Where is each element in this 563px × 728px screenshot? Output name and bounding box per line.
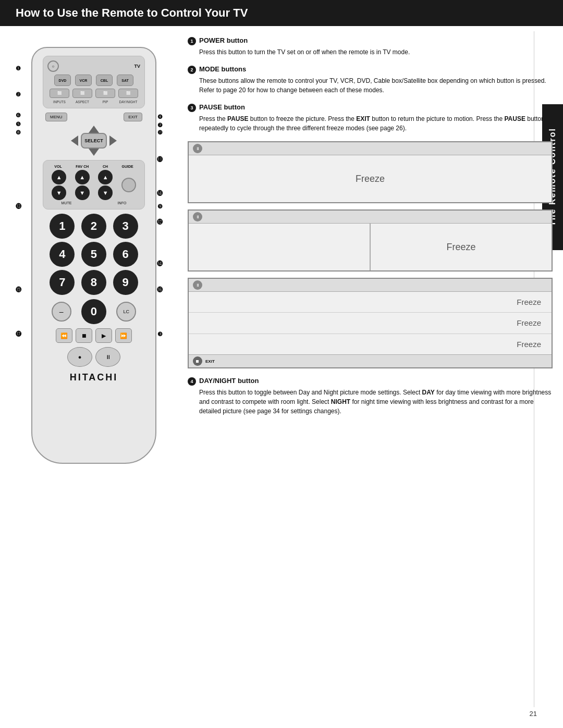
callout-17: ⓱	[16, 331, 21, 337]
callout-15: ⓯	[16, 287, 21, 293]
num-7-button[interactable]: 7	[50, 270, 75, 295]
vol-ch-area: VOL FAV CH CH GUIDE ▲ ▼ ▲ ▼	[43, 160, 145, 209]
stop-button[interactable]: ⏹	[76, 328, 92, 343]
sat-button[interactable]: SAT	[117, 75, 133, 86]
num-3-button[interactable]: 3	[113, 214, 138, 239]
freeze-label-1: Freeze	[356, 174, 385, 184]
freeze-screen-3-body: Freeze Freeze Freeze	[189, 292, 552, 354]
remote-wrapper: ❶ ❷ ❻ ❺ ❽ ❹ ❼ ❿ ⓫ ⓮ ❾ ⓬ ⓭ ⓮ ⓯ ⓰ ⓱ ❸ ○	[10, 36, 172, 474]
mute-label: MUTE	[62, 201, 72, 205]
nav-up-arrow[interactable]	[89, 126, 99, 133]
instruction-power-title: 1 POWER button	[188, 36, 553, 45]
pause-instruction-text: Press the PAUSE button to freeze the pic…	[199, 114, 553, 133]
circle-num-4: 4	[188, 377, 196, 386]
power-button[interactable]: ○	[47, 60, 59, 72]
num-2-button[interactable]: 2	[81, 214, 106, 239]
freeze-screen-1-body: Freeze	[189, 155, 552, 202]
freeze-label-3a: Freeze	[517, 298, 541, 306]
exit-button[interactable]: EXIT	[124, 113, 142, 121]
freeze-half-left	[189, 224, 370, 270]
num-0-button[interactable]: 0	[81, 299, 106, 324]
callout-12: ⓬	[157, 219, 163, 225]
vol-up-button[interactable]: ▲	[52, 170, 66, 184]
callout-10: ❿	[157, 129, 163, 136]
menu-button[interactable]: MENU	[45, 113, 67, 121]
pause-icon-2: ⏸	[193, 212, 202, 221]
inputs-label: INPUTS	[50, 100, 69, 104]
instruction-pause: 3 PAUSE button Press the PAUSE button to…	[188, 103, 553, 133]
remote-body: ○ TV DVD VCR CBL SAT ⬜ ⬜ ⬜ ⬜	[31, 47, 156, 464]
favch-up-button[interactable]: ▲	[75, 170, 90, 184]
circle-num-3: 3	[188, 104, 196, 112]
callout-6: ❻	[16, 112, 21, 119]
guide-button[interactable]	[121, 178, 136, 192]
freeze-screen-2-topbar: ⏸	[189, 211, 552, 224]
freeze-label-3c: Freeze	[517, 340, 541, 349]
pause-icon-1: ⏸	[193, 144, 202, 153]
vol-down-button[interactable]: ▼	[52, 186, 66, 200]
freeze-half-right: Freeze	[370, 224, 552, 270]
pip-button[interactable]: ⬜	[95, 89, 115, 98]
pause-button[interactable]: ⏸	[95, 347, 120, 367]
day-bold: DAY	[422, 389, 435, 396]
callout-4: ❹	[157, 114, 163, 120]
freeze-screen-3: ⏸ Freeze Freeze Freeze ⏹ EXIT	[188, 278, 553, 368]
freeze-screen-1: ⏸ Freeze	[188, 141, 553, 203]
num-5-button[interactable]: 5	[81, 242, 106, 267]
callout-9: ❾	[157, 203, 163, 210]
inputs-button[interactable]: ⬜	[50, 89, 69, 98]
dash-button[interactable]: –	[52, 302, 71, 322]
transport-buttons-row: ⏪ ⏹ ▶ ⏩	[43, 328, 145, 343]
num-6-button[interactable]: 6	[113, 242, 138, 267]
aspect-label: ASPECT	[72, 100, 92, 104]
circle-num-2: 2	[188, 66, 196, 74]
callout-14b: ⓮	[157, 261, 163, 267]
nav-left-arrow[interactable]	[71, 135, 78, 146]
freeze-screen-2-body: Freeze	[189, 224, 552, 270]
ch-down-button[interactable]: ▼	[98, 186, 113, 200]
ch-up-button[interactable]: ▲	[98, 170, 113, 184]
mode-title-text: MODE buttons	[199, 65, 246, 73]
play-button[interactable]: ▶	[95, 328, 112, 343]
daynight-button[interactable]: ⬜	[118, 89, 138, 98]
fastforward-button[interactable]: ⏩	[115, 328, 132, 343]
callout-5: ❺	[16, 121, 21, 128]
nav-right-arrow[interactable]	[109, 135, 117, 146]
instruction-daynight-title: 4 DAY/NIGHT button	[188, 377, 553, 386]
page-title: How to Use the Remote to Control Your TV	[16, 6, 248, 19]
nav-down-arrow[interactable]	[89, 149, 99, 156]
rewind-button[interactable]: ⏪	[56, 328, 72, 343]
dvd-button[interactable]: DVD	[54, 75, 71, 86]
freeze-third-3: Freeze	[189, 334, 552, 354]
favch-down-button[interactable]: ▼	[75, 186, 90, 200]
num-4-button[interactable]: 4	[50, 242, 75, 267]
guide-label: GUIDE	[122, 165, 133, 168]
nav-pad: SELECT	[43, 126, 145, 156]
aspect-button[interactable]: ⬜	[72, 89, 92, 98]
circle-num-1: 1	[188, 37, 196, 45]
freeze-screen-3-bottombar: ⏹ EXIT	[189, 354, 552, 367]
select-button[interactable]: SELECT	[81, 133, 107, 149]
num-8-button[interactable]: 8	[81, 270, 106, 295]
num-9-button[interactable]: 9	[113, 270, 138, 295]
brand-label: HITACHI	[43, 372, 145, 383]
exit-icon: ⏹	[193, 356, 202, 366]
num-1-button[interactable]: 1	[50, 214, 75, 239]
instruction-mode-title: 2 MODE buttons	[188, 65, 553, 74]
favch-label: FAV CH	[76, 165, 89, 168]
pause-bold-2: PAUSE	[504, 115, 525, 122]
vcr-button[interactable]: VCR	[75, 75, 92, 86]
freeze-third-1: Freeze	[189, 292, 552, 313]
page-number: 21	[530, 710, 537, 718]
power-title-text: POWER button	[199, 36, 248, 44]
record-button[interactable]: ●	[67, 347, 92, 367]
instruction-mode: 2 MODE buttons These buttons allow the r…	[188, 65, 553, 95]
power-instruction-text: Press this button to turn the TV set on …	[199, 47, 553, 57]
freeze-third-2: Freeze	[189, 313, 552, 334]
daynight-instruction-text: Press this button to toggle between Day …	[199, 388, 553, 416]
instructions-column: 1 POWER button Press this button to turn…	[182, 36, 553, 474]
page-divider	[534, 31, 534, 707]
daynight-title-text: DAY/NIGHT button	[199, 377, 259, 385]
cbl-button[interactable]: CBL	[96, 75, 113, 86]
lc-button[interactable]: LC	[116, 302, 136, 322]
